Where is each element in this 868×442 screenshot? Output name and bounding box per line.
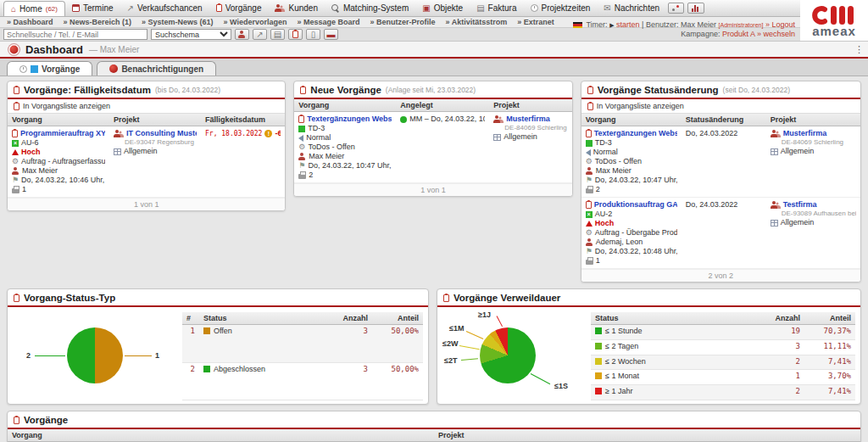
col-projekt: Projekt bbox=[766, 114, 860, 126]
customers-icon bbox=[238, 31, 246, 38]
user-label: Benutzer: bbox=[646, 20, 679, 29]
page-header: Dashboard — Max Meier bbox=[0, 42, 868, 59]
briefcase-icon: ▬ bbox=[327, 31, 336, 39]
panel-verweildauer-chart: Vorgänge Verweildauer ≥1J ≤1M ≤2W ≤2T ≤1… bbox=[437, 288, 861, 405]
timer-start-link[interactable]: starten bbox=[616, 20, 640, 29]
tab-benachrichtigungen[interactable]: Benachrichtigungen bbox=[97, 61, 216, 76]
briefcase-toolbar-button[interactable]: ▬ bbox=[324, 29, 338, 40]
sales-toolbar-button[interactable]: ↗ bbox=[253, 29, 267, 40]
brand-logo: ameax bbox=[800, 0, 868, 41]
subnav-wiedervorlagen[interactable]: » Wiedervorlagen bbox=[224, 18, 287, 26]
process-link[interactable]: Textergänzungen Website bbox=[594, 129, 677, 138]
menu-kunden[interactable]: Kunden bbox=[268, 0, 324, 16]
menu-objekte[interactable]: ▣ Objekte bbox=[415, 0, 470, 16]
menu-projektzeiten[interactable]: Projektzeiten bbox=[524, 0, 598, 16]
show-in-list-link[interactable]: In Vorgangsliste anzeigen bbox=[581, 99, 860, 114]
table-row: Produktionsauftrag GAMMA AU-2 Hoch ⚙Auft… bbox=[581, 198, 860, 269]
scatter-icon bbox=[672, 4, 680, 12]
process-icon bbox=[586, 201, 592, 209]
category-icon bbox=[771, 220, 778, 227]
owner-label: Max Meier bbox=[309, 152, 344, 161]
process-link[interactable]: Textergänzungen Website bbox=[307, 115, 392, 124]
pie-label-1m: ≤1M bbox=[449, 324, 464, 333]
priority-high-icon bbox=[586, 221, 593, 227]
customers-toolbar-button[interactable] bbox=[235, 29, 249, 40]
printer-icon bbox=[586, 260, 593, 265]
user-icon bbox=[12, 167, 19, 175]
process-link[interactable]: Programmierauftrag XYZ bbox=[20, 129, 105, 138]
menu-termine[interactable]: Termine bbox=[65, 0, 120, 16]
menu-matching[interactable]: Matching-System bbox=[325, 0, 415, 16]
logout-link[interactable]: » Logout bbox=[765, 20, 795, 29]
category-label: Allgemein bbox=[504, 132, 537, 142]
process-code: AU-2 bbox=[595, 210, 613, 219]
main-menubar: ⌂ Home (62) Termine ↗ Verkaufschancen Vo… bbox=[0, 0, 868, 17]
processes-toolbar-button[interactable] bbox=[288, 29, 303, 40]
legend-share: 11,11% bbox=[804, 339, 855, 355]
legend-row: 2 Abgeschlossen 3 50,00% bbox=[182, 362, 423, 400]
print-count: 2 bbox=[596, 185, 600, 194]
project-link[interactable]: Musterfirma bbox=[783, 129, 827, 138]
ledger-toolbar-button[interactable]: ▤ bbox=[270, 29, 285, 40]
category-icon bbox=[771, 148, 778, 155]
clipboard-icon bbox=[292, 31, 298, 38]
process-link[interactable]: Produktionsauftrag GAMMA bbox=[594, 200, 677, 210]
date-label: Do, 24.03.22, 10:47 Uhr, bbox=[308, 161, 391, 171]
subnav-system-news[interactable]: » System-News (61) bbox=[142, 18, 214, 26]
ameax-logo-mark bbox=[812, 5, 856, 25]
clipboard-icon bbox=[587, 87, 593, 94]
campaign-value-link[interactable]: Produkt A bbox=[722, 30, 755, 38]
workflow-label: Auftrag - Auftragserfassung bbox=[21, 157, 105, 166]
more-menu-icon[interactable]: ⋮ bbox=[854, 44, 864, 55]
project-link[interactable]: Testfirma bbox=[783, 200, 817, 210]
menu-home[interactable]: ⌂ Home (62) bbox=[3, 1, 65, 16]
chart-area: 2 1 # Status Anzahl Anteil bbox=[8, 307, 428, 404]
menu-faktura[interactable]: ▤ Faktura bbox=[470, 0, 523, 16]
subnav-dashboard[interactable]: » Dashboard bbox=[7, 18, 53, 26]
menu-vorgaenge-label: Vorgänge bbox=[225, 3, 262, 13]
menu-vorgaenge[interactable]: Vorgänge bbox=[209, 0, 269, 16]
legend-count: 2 bbox=[758, 385, 804, 400]
pie-callout-line bbox=[35, 355, 65, 356]
search-schema-select[interactable]: Suchschema bbox=[151, 29, 231, 40]
subnav-benutzer-profile[interactable]: » Benutzer-Profile bbox=[370, 18, 436, 26]
legend-row: 1 Offen 3 50,00% bbox=[182, 325, 423, 363]
bar-chart-button[interactable] bbox=[687, 3, 704, 14]
owner-label: Ademaj, Leon bbox=[596, 238, 643, 247]
legend-label: ≤ 2 Tagen bbox=[605, 342, 638, 350]
scatter-chart-button[interactable] bbox=[668, 3, 684, 14]
menu-verkaufschancen[interactable]: ↗ Verkaufschancen bbox=[120, 0, 209, 16]
tab-vorgaenge[interactable]: Vorgänge bbox=[7, 61, 92, 76]
subnav-aktivitaetsstrom[interactable]: » Aktivitätsstrom bbox=[446, 18, 508, 26]
status-color-icon bbox=[586, 140, 593, 147]
panel-statusaenderung: Vorgänge Statusänderung (seit Do, 24.03.… bbox=[581, 81, 861, 283]
dashboard-tabs: Vorgänge Benachrichtigungen bbox=[0, 59, 868, 76]
show-in-list-link[interactable]: In Vorgangsliste anzeigen bbox=[8, 99, 285, 114]
legend-count: 1 bbox=[758, 370, 804, 385]
legend-count: 3 bbox=[326, 362, 372, 400]
priority-normal-icon bbox=[298, 135, 303, 142]
panel-vorgaenge-liste: Vorgänge Vorgang Projekt Textergänzungen… bbox=[7, 411, 861, 442]
menu-nachrichten[interactable]: ✉ Nachrichten bbox=[597, 0, 666, 16]
workflow-label: ToDos - Offen bbox=[595, 157, 642, 166]
flag-icon: ⚑ bbox=[586, 176, 593, 184]
subnav-message-board[interactable]: » Message Board bbox=[298, 18, 360, 26]
bar-chart-icon bbox=[692, 4, 700, 12]
project-link[interactable]: Musterfirma bbox=[506, 115, 550, 124]
pie-label-1s: ≤1S bbox=[554, 382, 568, 390]
project-address: DE-93089 Aufhausen bei Regensburg bbox=[771, 210, 856, 218]
priority-normal-icon bbox=[586, 149, 591, 156]
menu-projektzeiten-label: Projektzeiten bbox=[542, 3, 591, 13]
flag-icon: ⚑ bbox=[298, 162, 305, 170]
company-icon bbox=[493, 115, 504, 123]
project-link[interactable]: IT Consulting Musterhausen bbox=[126, 129, 197, 138]
document-toolbar-button[interactable]: ▯ bbox=[306, 29, 320, 40]
subnav-extranet[interactable]: » Extranet bbox=[517, 18, 554, 26]
panel-header: Vorgänge bbox=[8, 411, 860, 429]
campaign-switch-link[interactable]: » wechseln bbox=[757, 30, 795, 38]
user-role: [Administratoren] bbox=[719, 22, 764, 28]
pie-callout-line bbox=[125, 355, 152, 356]
due-table: Vorgang Projekt Fälligkeitsdatum Program… bbox=[8, 114, 285, 198]
quick-search-input[interactable] bbox=[3, 29, 147, 40]
subnav-news-bereich[interactable]: » News-Bereich (1) bbox=[64, 18, 132, 26]
